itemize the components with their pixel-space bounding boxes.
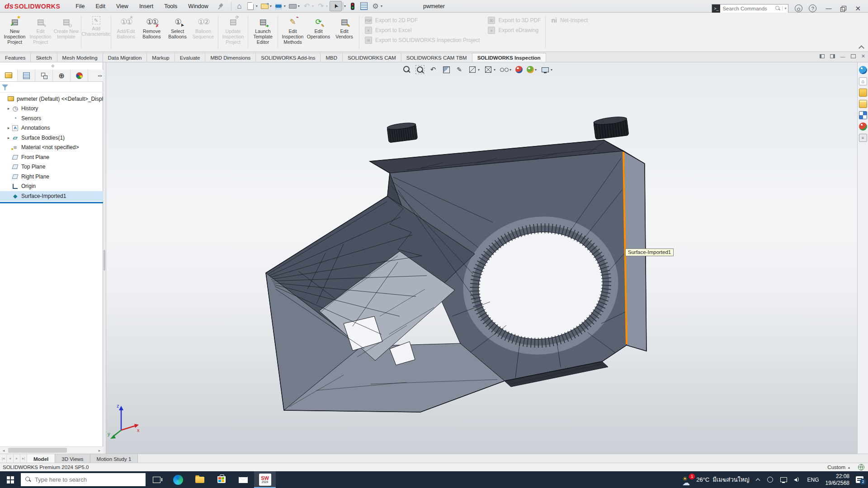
- apply-scene-button[interactable]: ▾: [527, 66, 537, 73]
- menu-view[interactable]: View: [112, 1, 133, 11]
- meet-now-icon[interactable]: [767, 477, 774, 483]
- configurationmanager-tab[interactable]: [35, 70, 53, 81]
- tab-3d-views[interactable]: 3D Views: [55, 454, 90, 463]
- tab-data-migration[interactable]: Data Migration: [103, 53, 147, 62]
- menu-edit[interactable]: Edit: [91, 1, 110, 11]
- solidworks-taskbar-button[interactable]: SW2024: [254, 471, 276, 488]
- previous-view-button[interactable]: ↶: [429, 65, 438, 74]
- pane-left-icon[interactable]: [820, 54, 825, 58]
- panel-splitter[interactable]: [103, 62, 106, 454]
- edit-vendors-button[interactable]: ▤✎ Edit Vendors: [331, 15, 357, 39]
- volume-icon[interactable]: [794, 477, 801, 483]
- edge-button[interactable]: [167, 471, 189, 488]
- new-document-button[interactable]: ▾: [245, 1, 259, 11]
- view-palette-icon[interactable]: [859, 100, 867, 108]
- displaymanager-tab[interactable]: [71, 70, 88, 81]
- section-view-button[interactable]: [442, 65, 451, 74]
- open-button[interactable]: ▾: [259, 1, 273, 11]
- tree-item-top-plane[interactable]: Top Plane: [0, 162, 103, 172]
- view-orientation-button[interactable]: ▾: [484, 65, 495, 74]
- tab-motion-study[interactable]: Motion Study 1: [90, 454, 138, 463]
- tree-horizontal-scrollbar[interactable]: ◂ ▸: [0, 446, 103, 454]
- tab-solidworks-cam[interactable]: SOLIDWORKS CAM: [343, 53, 401, 62]
- print-button[interactable]: ▾: [288, 1, 301, 11]
- tab-evaluate[interactable]: Evaluate: [175, 53, 206, 62]
- view-settings-button[interactable]: ▾: [541, 65, 552, 74]
- tab-solidworks-inspection[interactable]: SOLIDWORKS Inspection: [472, 53, 546, 62]
- dynamic-annotation-button[interactable]: ✎: [455, 65, 464, 74]
- scroll-right-arrow[interactable]: ▸: [96, 447, 103, 454]
- launch-template-editor-button[interactable]: ▤➜ Launch Template Editor: [250, 15, 276, 45]
- restore-button[interactable]: [840, 6, 846, 11]
- tree-item-right-plane[interactable]: Right Plane: [0, 172, 103, 182]
- options-button[interactable]: ⚙▾: [370, 1, 383, 11]
- first-tab-icon[interactable]: |◂: [0, 454, 7, 463]
- tab-features[interactable]: Features: [0, 53, 31, 62]
- doc-restore-icon[interactable]: [851, 54, 856, 58]
- doc-minimize-icon[interactable]: —: [840, 54, 845, 59]
- tree-item-surface-imported1[interactable]: ◆ Surface-Imported1: [0, 191, 103, 201]
- network-icon[interactable]: [780, 477, 788, 483]
- prev-tab-icon[interactable]: ◂: [7, 454, 14, 463]
- tree-item-origin[interactable]: Origin: [0, 182, 103, 192]
- appearances-icon[interactable]: [859, 111, 867, 119]
- new-inspection-project-button[interactable]: ▤★ New Inspection Project: [2, 15, 28, 45]
- search-icon[interactable]: [775, 6, 780, 11]
- panel-collapse-dot[interactable]: [52, 65, 54, 67]
- forum-icon[interactable]: ≡: [859, 134, 867, 142]
- tab-mbd[interactable]: MBD: [321, 53, 343, 62]
- menu-tools[interactable]: Tools: [160, 1, 182, 11]
- display-settings-button[interactable]: [359, 1, 369, 11]
- featuremanager-tab[interactable]: [0, 70, 18, 81]
- pane-right-icon[interactable]: [830, 54, 835, 58]
- tray-expand-chevron-icon[interactable]: [756, 478, 760, 482]
- help-icon[interactable]: ?: [809, 5, 816, 12]
- notification-center-icon[interactable]: 2: [856, 476, 863, 483]
- home-button[interactable]: ⌂: [234, 1, 245, 11]
- pin-menu-icon[interactable]: [217, 3, 224, 9]
- units-dropdown-caret[interactable]: ▴: [848, 465, 850, 469]
- rollback-bar[interactable]: [0, 202, 103, 203]
- display-style-button[interactable]: ▾: [468, 65, 480, 74]
- edit-inspection-methods-button[interactable]: ✎⌁ Edit Inspection Methods: [280, 15, 306, 45]
- weather-widget[interactable]: ☀☁1 26°C มีเมฆส่วนใหญ่: [681, 475, 749, 484]
- panel-tab-left-arrow[interactable]: ◂: [98, 74, 99, 78]
- tab-mbd-dimensions[interactable]: MBD Dimensions: [205, 53, 256, 62]
- tree-item-front-plane[interactable]: Front Plane: [0, 152, 103, 162]
- tree-item-material[interactable]: ≡ Material <not specified>: [0, 143, 103, 153]
- tree-item-surface-bodies[interactable]: ▸▱ Surface Bodies(1): [0, 133, 103, 143]
- mail-button[interactable]: [232, 471, 254, 488]
- tree-item-history[interactable]: ▸◷ History: [0, 104, 103, 114]
- custom-properties-icon[interactable]: [859, 122, 867, 131]
- doc-close-icon[interactable]: ✕: [861, 53, 865, 59]
- next-tab-icon[interactable]: ▸: [14, 454, 20, 463]
- task-view-button[interactable]: [146, 471, 167, 488]
- taskbar-search-input[interactable]: [35, 476, 125, 483]
- menu-window[interactable]: Window: [184, 1, 212, 11]
- tab-nav-buttons[interactable]: |◂ ◂ ▸ ▸|: [0, 454, 27, 463]
- design-library-icon[interactable]: ⌂: [859, 77, 867, 85]
- tab-model[interactable]: Model: [27, 454, 55, 463]
- search-commands-box[interactable]: >_ ▾: [712, 4, 788, 13]
- tree-filter-row[interactable]: [0, 82, 103, 93]
- taskbar-search-box[interactable]: [21, 473, 146, 486]
- ribbon-collapse-chevron[interactable]: [859, 44, 863, 49]
- rebuild-button[interactable]: [348, 1, 358, 11]
- tab-solidworks-cam-tbm[interactable]: SOLIDWORKS CAM TBM: [401, 53, 472, 62]
- tree-item-annotations[interactable]: ▸A Annotations: [0, 123, 103, 133]
- scroll-left-arrow[interactable]: ◂: [0, 447, 7, 454]
- close-button[interactable]: ✕: [852, 5, 863, 13]
- zoom-fit-button[interactable]: [402, 65, 411, 74]
- units-label[interactable]: Custom: [827, 465, 845, 470]
- select-balloons-button[interactable]: ①➤ Select Balloons: [165, 15, 190, 39]
- expander-icon[interactable]: ▸: [6, 106, 11, 111]
- tab-markup[interactable]: Markup: [147, 53, 175, 62]
- start-button[interactable]: [0, 471, 21, 488]
- expander-icon[interactable]: ▸: [6, 126, 11, 130]
- tab-mesh-modeling[interactable]: Mesh Modeling: [57, 53, 103, 62]
- edit-appearance-button[interactable]: [515, 66, 523, 73]
- search-commands-input[interactable]: [722, 6, 775, 11]
- language-indicator[interactable]: ENG: [807, 477, 819, 483]
- dimxpertmanager-tab[interactable]: ⊕: [53, 70, 71, 81]
- save-button[interactable]: ▾: [274, 1, 287, 11]
